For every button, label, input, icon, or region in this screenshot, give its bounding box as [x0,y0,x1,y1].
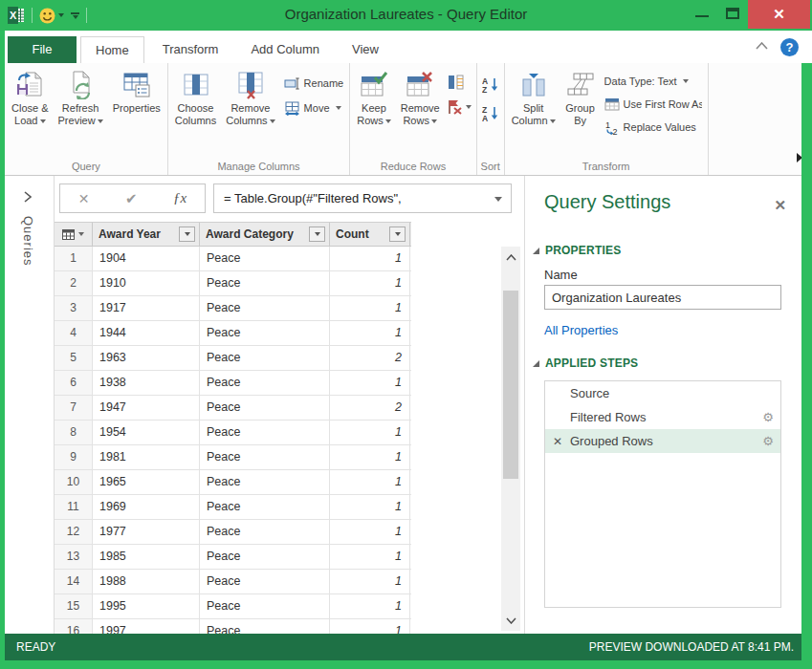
move-button[interactable]: Move [284,98,344,118]
confirm-icon[interactable]: ✔ [125,190,138,207]
column-header-count[interactable]: Count [330,223,410,246]
cell-award-category[interactable]: Peace [200,445,330,469]
cell-award-year[interactable]: 1981 [93,445,200,469]
row-number[interactable]: 12 [55,520,93,544]
query-name-input[interactable] [544,285,781,310]
keep-rows-button[interactable]: Keep Rows [352,68,396,129]
remove-errors-button[interactable] [448,98,472,116]
filter-button[interactable] [309,227,325,242]
cell-count[interactable]: 2 [330,396,410,420]
cell-award-year[interactable]: 1917 [93,296,200,320]
cell-award-year[interactable]: 1977 [93,520,200,544]
group-by-button[interactable]: Group By [560,68,601,129]
close-button[interactable]: ✕ [748,0,810,29]
remove-rows-button[interactable]: Remove Rows [396,68,445,129]
cancel-icon[interactable]: ✕ [78,191,90,206]
scrollbar-thumb[interactable] [503,291,518,479]
sort-ascending-button[interactable]: A Z [482,76,499,93]
row-number[interactable]: 9 [55,445,93,469]
cell-award-year[interactable]: 1965 [93,470,200,494]
table-corner-button[interactable] [55,223,93,246]
row-number[interactable]: 15 [55,594,93,618]
properties-section-header[interactable]: PROPERTIES [533,244,621,257]
tab-home[interactable]: Home [80,36,144,63]
row-number[interactable]: 8 [55,421,93,444]
cell-count[interactable]: 1 [330,545,410,569]
cell-award-category[interactable]: Peace [200,321,330,345]
cell-award-category[interactable]: Peace [200,470,330,494]
minimize-button[interactable] [688,0,716,29]
close-panel-icon[interactable]: ✕ [774,197,786,214]
column-header-award-year[interactable]: Award Year [93,223,200,246]
row-number[interactable]: 10 [55,470,93,494]
filter-button[interactable] [179,227,195,242]
tab-file[interactable]: File [8,36,77,63]
sort-descending-button[interactable]: Z A [482,104,499,121]
applied-step-grouped-rows[interactable]: ✕Grouped Rows⚙ [545,429,780,453]
formula-input[interactable]: = Table.Group(#"Filtered Rows", [213,183,512,213]
applied-step-source[interactable]: Source [545,381,780,405]
applied-step-filtered-rows[interactable]: Filtered Rows⚙ [545,405,780,429]
cell-award-category[interactable]: Peace [200,346,330,370]
filter-button[interactable] [389,227,406,242]
cell-count[interactable]: 1 [330,445,410,469]
cell-count[interactable]: 1 [330,520,410,544]
column-header-award-category[interactable]: Award Category [200,223,330,246]
cell-count[interactable]: 1 [330,321,410,345]
row-number[interactable]: 1 [55,247,93,270]
data-type-button[interactable]: Data Type: Text [604,72,702,91]
cell-award-category[interactable]: Peace [200,296,330,320]
replace-values-button[interactable]: 1 2 Replace Values [604,118,702,137]
split-column-button[interactable]: Split Column [507,68,560,129]
cell-count[interactable]: 1 [330,470,410,494]
maximize-button[interactable] [718,0,747,29]
remove-duplicates-button[interactable] [448,74,472,91]
row-number[interactable]: 4 [55,321,93,345]
tab-add-column[interactable]: Add Column [236,36,334,63]
cell-award-year[interactable]: 1910 [93,271,200,295]
cell-award-category[interactable]: Peace [200,247,330,270]
cell-award-category[interactable]: Peace [200,271,330,295]
scroll-up-button[interactable] [501,248,520,266]
remove-columns-button[interactable]: Remove Columns [221,68,279,129]
cell-award-category[interactable]: Peace [200,371,330,395]
cell-award-category[interactable]: Peace [200,495,330,519]
cell-award-category[interactable]: Peace [200,619,330,634]
vertical-scrollbar[interactable] [501,247,520,631]
scroll-down-button[interactable] [501,612,520,629]
delete-step-icon[interactable]: ✕ [545,435,570,448]
fx-icon[interactable]: ƒx [173,190,187,206]
row-number[interactable]: 5 [55,346,93,370]
cell-count[interactable]: 1 [330,421,410,444]
cell-award-year[interactable]: 1997 [93,619,200,634]
cell-count[interactable]: 1 [330,247,410,270]
cell-award-year[interactable]: 1954 [93,421,200,444]
collapse-ribbon-button[interactable] [756,42,768,50]
rename-button[interactable]: Rename [284,74,344,93]
row-number[interactable]: 13 [55,545,93,569]
expand-formula-icon[interactable] [494,197,502,202]
all-properties-link[interactable]: All Properties [544,323,618,337]
tab-view[interactable]: View [338,36,393,63]
queries-pane-label[interactable]: Queries [21,216,35,267]
cell-award-year[interactable]: 1947 [93,396,200,420]
cell-award-category[interactable]: Peace [200,396,330,420]
row-number[interactable]: 16 [55,619,93,634]
cell-award-year[interactable]: 1904 [93,247,200,270]
gear-icon[interactable]: ⚙ [756,434,780,448]
cell-count[interactable]: 1 [330,570,410,593]
gear-icon[interactable]: ⚙ [756,410,780,424]
cell-award-category[interactable]: Peace [200,421,330,444]
row-number[interactable]: 7 [55,396,93,420]
cell-count[interactable]: 1 [330,495,410,519]
cell-count[interactable]: 2 [330,346,410,370]
close-and-load-button[interactable]: Close & Load [7,68,54,129]
cell-award-year[interactable]: 1985 [93,545,200,569]
row-number[interactable]: 6 [55,371,93,395]
row-number[interactable]: 2 [55,271,93,295]
cell-award-year[interactable]: 1969 [93,495,200,519]
refresh-preview-button[interactable]: Refresh Preview [54,68,108,129]
cell-award-year[interactable]: 1944 [93,321,200,345]
cell-count[interactable]: 1 [330,271,410,295]
row-number[interactable]: 14 [55,570,93,593]
